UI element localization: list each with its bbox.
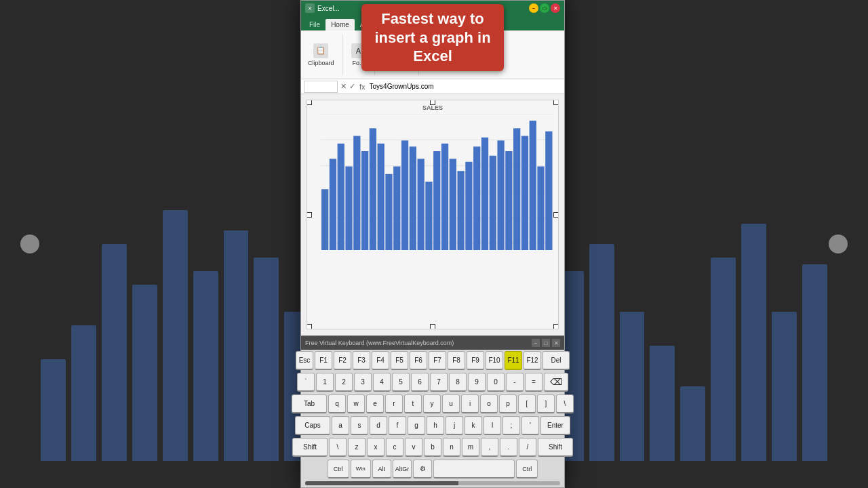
keyboard-minimize-btn[interactable]: −	[532, 339, 540, 347]
key-f1[interactable]: F1	[315, 351, 332, 370]
key-v[interactable]: v	[405, 438, 422, 457]
keyboard-close-btn[interactable]: ✕	[552, 339, 560, 347]
key-alt[interactable]: Alt	[372, 460, 391, 479]
key-n[interactable]: n	[443, 438, 460, 457]
key-f2[interactable]: F2	[334, 351, 351, 370]
key-5[interactable]: 5	[392, 373, 410, 392]
close-button[interactable]: ✕	[551, 3, 560, 13]
formula-sep-check[interactable]: ✓	[349, 82, 355, 91]
key-2[interactable]: 2	[335, 373, 353, 392]
key--[interactable]: ,	[481, 438, 498, 457]
key-win[interactable]: Win	[351, 460, 371, 479]
key-shift[interactable]: Shift	[292, 438, 328, 457]
volume-track[interactable]	[305, 481, 560, 485]
key-space[interactable]	[433, 460, 515, 479]
left-scroll-handle[interactable]	[20, 235, 39, 253]
key-ctrl[interactable]: Ctrl	[328, 460, 349, 479]
key-f4[interactable]: F4	[372, 351, 389, 370]
key-x[interactable]: x	[367, 438, 384, 457]
key-t[interactable]: t	[404, 394, 422, 413]
key-o[interactable]: o	[480, 394, 498, 413]
key-w[interactable]: w	[347, 394, 365, 413]
ribbon-tab-home[interactable]: Home	[326, 19, 355, 30]
right-scroll-handle[interactable]	[829, 235, 848, 253]
resize-handle-br[interactable]	[553, 324, 559, 329]
key-del[interactable]: Del	[542, 351, 570, 370]
key-enter[interactable]: Enter	[540, 416, 570, 435]
key-p[interactable]: p	[499, 394, 517, 413]
resize-handle-tl[interactable]	[307, 100, 312, 105]
keyboard-maximize-btn[interactable]: □	[542, 339, 550, 347]
key-1[interactable]: 1	[316, 373, 334, 392]
ribbon-tab-file[interactable]: File	[304, 19, 326, 30]
cell-reference-input[interactable]	[304, 81, 338, 93]
key-i[interactable]: i	[461, 394, 479, 413]
key-g[interactable]: g	[408, 416, 425, 435]
key-m[interactable]: m	[462, 438, 479, 457]
resize-handle-mr[interactable]	[553, 212, 559, 218]
key--[interactable]: \	[329, 438, 347, 457]
key-d[interactable]: d	[370, 416, 387, 435]
key-f10[interactable]: F10	[486, 351, 503, 370]
key-c[interactable]: c	[386, 438, 403, 457]
key-f8[interactable]: F8	[448, 351, 465, 370]
key--[interactable]: ]	[537, 394, 555, 413]
key-s[interactable]: s	[351, 416, 368, 435]
key--[interactable]: ;	[502, 416, 520, 435]
key--[interactable]: ⚙	[413, 460, 432, 479]
key-f12[interactable]: F12	[524, 351, 541, 370]
key-8[interactable]: 8	[449, 373, 467, 392]
key-6[interactable]: 6	[411, 373, 429, 392]
key-f7[interactable]: F7	[429, 351, 446, 370]
key-shift[interactable]: Shift	[538, 438, 573, 457]
key-4[interactable]: 4	[373, 373, 391, 392]
key-0[interactable]: 0	[487, 373, 505, 392]
key-7[interactable]: 7	[430, 373, 448, 392]
key-k[interactable]: k	[465, 416, 482, 435]
resize-handle-bl[interactable]	[307, 324, 312, 329]
key--[interactable]: -	[506, 373, 524, 392]
key-r[interactable]: r	[385, 394, 403, 413]
key--[interactable]: [	[518, 394, 536, 413]
key--[interactable]: ⌫	[544, 373, 568, 392]
key--[interactable]: \	[556, 394, 574, 413]
resize-handle-tr[interactable]	[553, 100, 559, 105]
key-tab[interactable]: Tab	[292, 394, 327, 413]
key-f3[interactable]: F3	[353, 351, 370, 370]
key-f6[interactable]: F6	[410, 351, 427, 370]
resize-handle-bc[interactable]	[430, 324, 435, 329]
key-9[interactable]: 9	[468, 373, 486, 392]
resize-handle-ml[interactable]	[307, 212, 312, 218]
key-b[interactable]: b	[424, 438, 441, 457]
key-j[interactable]: j	[446, 416, 463, 435]
key-altgr[interactable]: AltGr	[393, 460, 412, 479]
key-e[interactable]: e	[366, 394, 384, 413]
key--[interactable]: '	[521, 416, 539, 435]
clipboard-button[interactable]: 📋 Clipboard	[305, 42, 337, 68]
formula-input[interactable]	[370, 81, 561, 93]
key-f11[interactable]: F11	[505, 351, 522, 370]
maximize-button[interactable]: □	[540, 3, 549, 13]
minimize-button[interactable]: −	[529, 3, 538, 13]
key-y[interactable]: y	[423, 394, 441, 413]
chart-area[interactable]: SALES	[307, 100, 559, 329]
key--[interactable]: `	[297, 373, 315, 392]
key--[interactable]: .	[500, 438, 517, 457]
key-3[interactable]: 3	[354, 373, 372, 392]
key-caps[interactable]: Caps	[295, 416, 330, 435]
key-u[interactable]: u	[442, 394, 460, 413]
key-f9[interactable]: F9	[467, 351, 484, 370]
key-f5[interactable]: F5	[391, 351, 408, 370]
key--[interactable]: =	[525, 373, 542, 392]
key-h[interactable]: h	[427, 416, 444, 435]
key-l[interactable]: l	[484, 416, 501, 435]
key-f[interactable]: f	[389, 416, 406, 435]
key-esc[interactable]: Esc	[296, 351, 313, 370]
key-ctrl[interactable]: Ctrl	[516, 460, 538, 479]
resize-handle-tc[interactable]	[430, 100, 435, 105]
key-a[interactable]: a	[332, 416, 349, 435]
key-q[interactable]: q	[328, 394, 346, 413]
key-z[interactable]: z	[348, 438, 366, 457]
key--[interactable]: /	[519, 438, 536, 457]
formula-sep-x[interactable]: ✕	[340, 82, 347, 91]
